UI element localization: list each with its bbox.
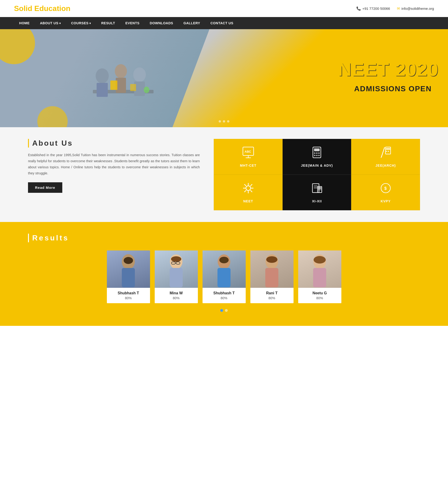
logo-solid: Solid: [14, 4, 32, 13]
svg-point-65: [314, 256, 326, 263]
svg-rect-26: [388, 151, 389, 152]
results-pagination: [28, 309, 420, 312]
nav-about-dropdown: ABOUT US: [35, 17, 66, 29]
svg-rect-9: [130, 84, 136, 91]
svg-point-18: [316, 152, 318, 154]
course-card-jee-main---adv-[interactable]: JEE(MAIN & ADV): [283, 139, 352, 175]
svg-point-6: [133, 67, 146, 82]
phone-icon: 📞: [356, 6, 361, 11]
svg-point-44: [319, 189, 320, 190]
results-grid: Shubhash T 80% Mina W 80% Shubhash T 80%…: [28, 251, 420, 303]
result-info-2: Shubhash T 80%: [202, 288, 246, 303]
hero-text-right: NEET 2020 ADMISSIONS OPEN: [338, 60, 439, 96]
nav-downloads[interactable]: DOWNLOADS: [145, 17, 178, 29]
course-icon-2: [379, 146, 392, 161]
nav-courses[interactable]: COURSES: [66, 17, 96, 29]
header-contact: 📞 +91 77200 50066 ✉ info@solidtheme.org: [356, 6, 434, 11]
course-card-neet[interactable]: NEET: [214, 175, 283, 210]
svg-text:$: $: [384, 186, 387, 191]
hero-subtitle: ADMISSIONS OPEN: [338, 81, 439, 96]
result-name-1: Mina W: [157, 291, 196, 295]
result-percent-2: 80%: [205, 296, 243, 300]
course-icon-1: [311, 146, 323, 161]
read-more-button[interactable]: Read More: [28, 182, 62, 193]
email-link[interactable]: ✉ info@solidtheme.org: [397, 6, 434, 11]
about-text-block: About Us Established in the year 1995,So…: [28, 139, 214, 210]
result-name-4: Neetu G: [301, 291, 339, 295]
nav-home[interactable]: HOME: [14, 17, 35, 29]
result-card-4: Neetu G 80%: [298, 251, 341, 303]
svg-rect-49: [122, 268, 135, 287]
svg-rect-25: [386, 151, 387, 152]
nav-about[interactable]: ABOUT US: [35, 17, 66, 29]
svg-point-20: [314, 155, 315, 156]
result-photo-1: [155, 251, 198, 288]
svg-point-22: [318, 155, 320, 156]
course-card-jee-arch-[interactable]: JEE(ARCH): [351, 139, 420, 175]
result-info-1: Mina W 80%: [155, 288, 198, 303]
nav-result[interactable]: RESULT: [96, 17, 120, 29]
svg-rect-52: [170, 268, 183, 287]
site-logo[interactable]: Solid Education: [14, 4, 71, 13]
hero-image-left: [0, 29, 246, 127]
course-icon-4: [311, 182, 323, 196]
course-card-mht-cet[interactable]: ABC MHT-CET: [214, 139, 283, 175]
logo-education: Education: [32, 4, 71, 13]
result-percent-3: 80%: [253, 296, 291, 300]
course-card-kvpy[interactable]: $ KVPY: [351, 175, 420, 210]
course-name-1: JEE(MAIN & ADV): [301, 164, 333, 167]
email-icon: ✉: [397, 6, 400, 11]
svg-line-27: [381, 147, 384, 157]
course-card-xi-xii[interactable]: XI-XII: [283, 175, 352, 210]
students-svg: [74, 34, 172, 122]
site-header: Solid Education 📞 +91 77200 50066 ✉ info…: [0, 0, 448, 17]
email-address: info@solidtheme.org: [401, 7, 434, 10]
svg-line-36: [251, 184, 252, 186]
svg-rect-3: [96, 83, 108, 97]
results-section: Results Shubhash T 80% Mina W 80% Shubha…: [0, 222, 448, 326]
svg-line-34: [245, 184, 246, 186]
course-name-4: XI-XII: [312, 199, 322, 203]
svg-text:ABC: ABC: [245, 150, 251, 153]
nav-contact[interactable]: CONTACT US: [205, 17, 239, 29]
hero-dot-3[interactable]: [227, 120, 229, 122]
hero-title: NEET 2020: [338, 60, 439, 79]
result-card-1: Mina W 80%: [155, 251, 198, 303]
svg-point-19: [318, 152, 320, 154]
course-name-3: NEET: [243, 199, 253, 203]
svg-rect-42: [318, 187, 321, 189]
svg-line-37: [245, 190, 246, 192]
course-icon-3: [242, 182, 255, 196]
svg-point-4: [115, 64, 127, 78]
course-name-0: MHT-CET: [240, 164, 256, 167]
svg-rect-16: [314, 148, 320, 151]
svg-point-62: [266, 256, 277, 263]
result-card-3: Rani T 80%: [250, 251, 294, 303]
svg-line-35: [251, 190, 252, 192]
result-name-0: Shubhash T: [109, 291, 148, 295]
hero-dot-2[interactable]: [223, 120, 225, 122]
nav-events[interactable]: EVENTS: [120, 17, 145, 29]
results-title: Results: [28, 234, 420, 242]
svg-point-59: [219, 257, 229, 263]
result-info-0: Shubhash T 80%: [107, 288, 150, 303]
svg-rect-24: [386, 148, 390, 150]
hero-dot-1[interactable]: [219, 120, 221, 122]
result-percent-0: 80%: [109, 296, 148, 300]
svg-rect-61: [265, 268, 278, 287]
phone-link[interactable]: 📞 +91 77200 50066: [356, 6, 390, 11]
nav-courses-dropdown: COURSES: [66, 17, 96, 29]
main-nav: HOME ABOUT US COURSES RESULT EVENTS DOWN…: [0, 17, 448, 29]
result-photo-3: [250, 251, 294, 288]
about-body: Established in the year 1995,Solid Tuiti…: [28, 152, 200, 176]
result-info-3: Rani T 80%: [250, 288, 294, 303]
result-card-0: Shubhash T 80%: [107, 251, 150, 303]
results-dot-1[interactable]: [220, 309, 223, 312]
about-title: About Us: [28, 139, 200, 147]
course-name-5: KVPY: [381, 199, 391, 203]
hero-banner: NEET 2020 ADMISSIONS OPEN: [0, 29, 448, 127]
nav-gallery[interactable]: GALLERY: [178, 17, 205, 29]
results-dot-2[interactable]: [225, 309, 228, 312]
about-section: About Us Established in the year 1995,So…: [0, 127, 448, 222]
hero-dots: [219, 120, 229, 122]
